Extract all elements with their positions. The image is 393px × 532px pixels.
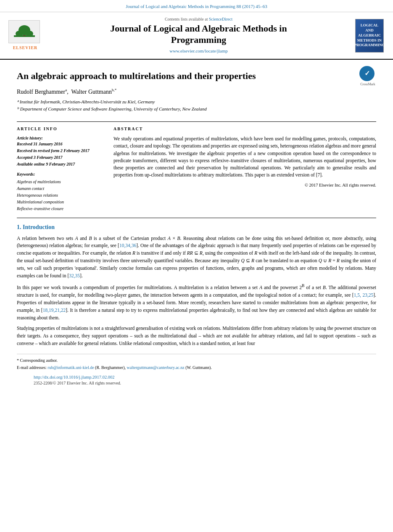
keyword-5: Reflexive–transitive closure (17, 206, 105, 212)
author2-super: b,* (112, 88, 116, 92)
article-body: An algebraic approach to multirelations … (0, 60, 393, 397)
intro-paragraph-2: In this paper we work towards a compendi… (17, 283, 376, 321)
journal-title-line1: Journal of Logical and Algebraic Methods… (110, 23, 287, 34)
footnote-emails: E-mail addresses: rub@informatik.uni-kie… (17, 365, 376, 371)
journal-ref-link[interactable]: Journal of Logical and Algebraic Methods… (126, 4, 267, 9)
crossmark-icon: ✓ (359, 66, 375, 81)
email1-author: (R. Berghammer), (95, 365, 126, 370)
intro-paragraph-1: A relation between two sets A and B is a… (17, 235, 376, 280)
article-info-abstract: ARTICLE INFO Article history: Received 3… (17, 121, 376, 213)
article-history: Article history: Received 31 January 201… (17, 135, 105, 167)
intro-section: 1. Introduction A relation between two s… (17, 223, 376, 348)
keyword-4: Multirelational composition (17, 199, 105, 205)
elsevier-logo-image (8, 20, 40, 43)
journal-title-line2: Programming (171, 34, 227, 45)
sciencedirect-link[interactable]: ScienceDirect (209, 17, 232, 21)
available-date: Available online 9 February 2017 (17, 161, 105, 167)
elsevier-logo: ELSEVIER (8, 20, 42, 51)
elsevier-brand: ELSEVIER (8, 45, 42, 51)
keyword-3: Heterogeneous relations (17, 192, 105, 198)
doi-line: http://dx.doi.org/10.1016/j.jlamp.2017.0… (34, 374, 359, 381)
svg-point-3 (16, 31, 23, 37)
footnote-area: * Corresponding author. E-mail addresses… (17, 354, 376, 371)
journal-title-center: Contents lists available at ScienceDirec… (46, 16, 351, 55)
footnote-star: * Corresponding author. (17, 358, 376, 363)
contents-text: Contents lists available at (165, 17, 208, 21)
section-divider (17, 218, 376, 218)
revised-date: Received in revised form 2 February 2017 (17, 148, 105, 154)
author1-name: Rudolf Berghammer (17, 88, 65, 95)
title-row: An algebraic approach to multirelations … (17, 66, 376, 117)
accepted-date: Accepted 3 February 2017 (17, 155, 105, 161)
journal-title-text: Journal of Logical and Algebraic Methods… (46, 23, 351, 45)
email-label: E-mail addresses: (17, 365, 47, 370)
keyword-2: Aumann contact (17, 186, 105, 192)
elsevier-tree-svg (12, 23, 37, 41)
crossmark-label: CrossMark (359, 82, 376, 87)
authors-line: Rudolf Berghammera, Walter Guttmannb,* (17, 87, 359, 96)
email2-name: W. Guttmann (187, 365, 210, 370)
ref-18[interactable]: 18,19,21,22 (43, 308, 66, 313)
email1-name: R. Berghammer (96, 365, 123, 370)
cover-text: LOGICALANDALGEBRAICMETHODS INPROGRAMMING (354, 23, 385, 47)
article-info-col: ARTICLE INFO Article history: Received 3… (17, 126, 105, 213)
affiliation-a: ᵃ Institut für Informatik, Christian-Alb… (17, 98, 359, 105)
contents-line: Contents lists available at ScienceDirec… (46, 16, 351, 22)
keywords-label: Keywords: (17, 171, 105, 177)
journal-url-line: www.elsevier.com/locate/jlamp (46, 47, 351, 55)
email2-link[interactable]: walterguttmann@canterbury.ac.nz (127, 365, 185, 370)
journal-cover: LOGICALANDALGEBRAICMETHODS INPROGRAMMING (355, 19, 385, 53)
intro-paragraph-3: Studying properties of multirelations is… (17, 325, 376, 347)
crossmark-area[interactable]: ✓ CrossMark (359, 66, 376, 87)
article-title: An algebraic approach to multirelations … (17, 70, 359, 82)
email2-author: (W. Guttmann). (185, 365, 212, 370)
affiliations: ᵃ Institut für Informatik, Christian-Alb… (17, 98, 359, 112)
author1-super: a (65, 88, 67, 92)
top-bar: Journal of Logical and Algebraic Methods… (0, 0, 393, 12)
email1-link[interactable]: rub@informatik.uni-kiel.de (47, 365, 94, 370)
history-label: Article history: (17, 135, 105, 141)
svg-point-4 (26, 31, 33, 37)
copyright-text: © 2017 Elsevier Inc. All rights reserved… (113, 182, 376, 189)
doi-link[interactable]: http://dx.doi.org/10.1016/j.jlamp.2017.0… (34, 375, 115, 379)
journal-cover-image: LOGICALANDALGEBRAICMETHODS INPROGRAMMING (355, 19, 384, 53)
title-and-authors: An algebraic approach to multirelations … (17, 66, 359, 117)
article-info-header: ARTICLE INFO (17, 126, 105, 132)
keywords-section: Keywords: Algebras of multirelations Aum… (17, 171, 105, 212)
ref-32[interactable]: 32,35 (69, 273, 80, 278)
intro-title: 1. Introduction (17, 223, 376, 232)
issn-line: 2352-2208/© 2017 Elsevier Inc. All right… (34, 380, 359, 386)
abstract-col: ABSTRACT We study operations and equatio… (113, 126, 376, 213)
ref-10[interactable]: 10,34,36 (119, 243, 136, 248)
author2-name: Walter Guttmann (71, 88, 111, 95)
received-date: Received 31 January 2016 (17, 141, 105, 147)
journal-header: ELSEVIER Contents lists available at Sci… (0, 12, 393, 60)
ref-1[interactable]: 1,5, 23,25 (354, 292, 374, 298)
page: Journal of Logical and Algebraic Methods… (0, 0, 393, 532)
bottom-bar: http://dx.doi.org/10.1016/j.jlamp.2017.0… (17, 372, 376, 389)
abstract-text: We study operations and equational prope… (113, 135, 376, 179)
journal-url-link[interactable]: www.elsevier.com/locate/jlamp (169, 48, 228, 53)
abstract-header: ABSTRACT (113, 126, 376, 132)
affiliation-b: ᵇ Department of Computer Science and Sof… (17, 105, 359, 113)
keyword-1: Algebras of multirelations (17, 179, 105, 185)
